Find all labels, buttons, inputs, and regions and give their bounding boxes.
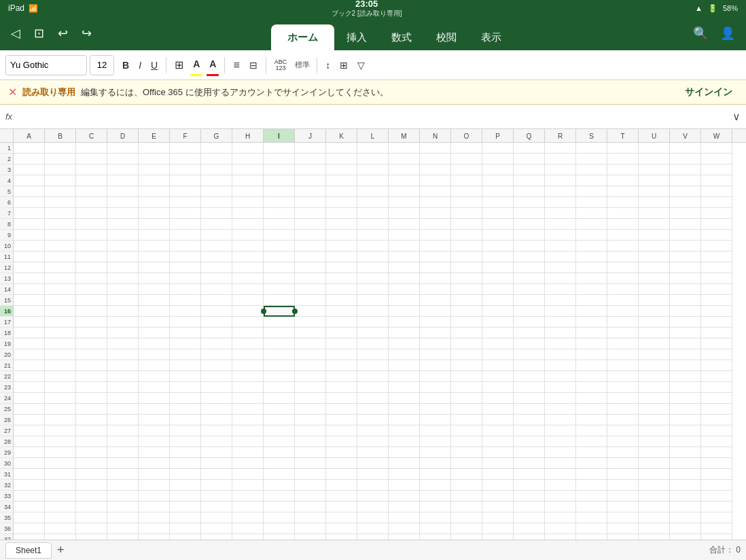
cell-K30[interactable] (326, 458, 357, 469)
cell-W2[interactable] (701, 154, 732, 164)
cell-K32[interactable] (326, 480, 357, 491)
cell-K7[interactable] (326, 208, 357, 219)
row-num-7[interactable]: 7 (0, 208, 13, 219)
cell-N8[interactable] (420, 219, 451, 230)
cell-A15[interactable] (14, 295, 45, 306)
cell-T31[interactable] (607, 469, 639, 480)
cell-R33[interactable] (545, 491, 576, 502)
cell-T25[interactable] (607, 404, 639, 415)
cell-P30[interactable] (482, 458, 514, 469)
cell-S15[interactable] (576, 295, 607, 306)
cell-S37[interactable] (576, 534, 607, 540)
cell-T18[interactable] (607, 328, 639, 338)
cell-A34[interactable] (14, 502, 45, 512)
cell-Q11[interactable] (514, 251, 545, 262)
cell-U34[interactable] (639, 502, 670, 512)
cell-P5[interactable] (482, 186, 514, 197)
cell-V29[interactable] (670, 447, 701, 458)
cell-M3[interactable] (389, 164, 420, 175)
cell-D16[interactable] (107, 306, 139, 317)
cell-J17[interactable] (295, 317, 326, 328)
cell-L17[interactable] (357, 317, 389, 328)
cell-S22[interactable] (576, 371, 607, 382)
cell-D5[interactable] (107, 186, 139, 197)
cell-I32[interactable] (264, 480, 295, 491)
cell-U33[interactable] (639, 491, 670, 502)
cell-G36[interactable] (201, 523, 232, 534)
cell-K25[interactable] (326, 404, 357, 415)
cell-U24[interactable] (639, 393, 670, 404)
cell-I6[interactable] (264, 197, 295, 208)
row-num-28[interactable]: 28 (0, 436, 13, 447)
selection-handle-left[interactable] (261, 309, 266, 314)
account-button[interactable]: 👤 (715, 22, 741, 45)
cell-S35[interactable] (576, 512, 607, 523)
cell-R14[interactable] (545, 284, 576, 295)
cell-B1[interactable] (45, 143, 76, 154)
cell-R16[interactable] (545, 306, 576, 317)
col-header-N[interactable]: N (420, 129, 451, 142)
cell-F5[interactable] (170, 186, 201, 197)
cell-N36[interactable] (420, 523, 451, 534)
cell-O11[interactable] (451, 251, 482, 262)
tab-insert[interactable]: 挿入 (334, 24, 379, 50)
cell-I15[interactable] (264, 295, 295, 306)
cell-E10[interactable] (139, 241, 170, 251)
row-num-6[interactable]: 6 (0, 197, 13, 208)
cell-S12[interactable] (576, 262, 607, 273)
cell-M24[interactable] (389, 393, 420, 404)
cell-B23[interactable] (45, 382, 76, 393)
cell-W31[interactable] (701, 469, 732, 480)
cell-K11[interactable] (326, 251, 357, 262)
cell-N27[interactable] (420, 425, 451, 436)
cell-R15[interactable] (545, 295, 576, 306)
cell-A33[interactable] (14, 491, 45, 502)
cell-J37[interactable] (295, 534, 326, 540)
cell-O13[interactable] (451, 273, 482, 284)
cell-D36[interactable] (107, 523, 139, 534)
cell-D1[interactable] (107, 143, 139, 154)
cell-I23[interactable] (264, 382, 295, 393)
cell-U16[interactable] (639, 306, 670, 317)
bold-button[interactable]: B (118, 55, 133, 75)
cell-U12[interactable] (639, 262, 670, 273)
cell-U8[interactable] (639, 219, 670, 230)
cell-S24[interactable] (576, 393, 607, 404)
cell-T24[interactable] (607, 393, 639, 404)
cell-U35[interactable] (639, 512, 670, 523)
cell-Q35[interactable] (514, 512, 545, 523)
cell-D26[interactable] (107, 415, 139, 425)
cell-C11[interactable] (76, 251, 107, 262)
cell-H15[interactable] (232, 295, 264, 306)
cell-K22[interactable] (326, 371, 357, 382)
cell-D15[interactable] (107, 295, 139, 306)
cell-S6[interactable] (576, 197, 607, 208)
cell-B33[interactable] (45, 491, 76, 502)
cell-G19[interactable] (201, 338, 232, 349)
cell-N3[interactable] (420, 164, 451, 175)
cell-W29[interactable] (701, 447, 732, 458)
cell-A8[interactable] (14, 219, 45, 230)
cell-D17[interactable] (107, 317, 139, 328)
cell-I30[interactable] (264, 458, 295, 469)
cell-R3[interactable] (545, 164, 576, 175)
cell-O22[interactable] (451, 371, 482, 382)
cell-I36[interactable] (264, 523, 295, 534)
col-header-K[interactable]: K (326, 129, 357, 142)
cell-W5[interactable] (701, 186, 732, 197)
cell-J14[interactable] (295, 284, 326, 295)
cell-D35[interactable] (107, 512, 139, 523)
cell-W35[interactable] (701, 512, 732, 523)
cell-T37[interactable] (607, 534, 639, 540)
cell-I17[interactable] (264, 317, 295, 328)
cell-A14[interactable] (14, 284, 45, 295)
cell-U18[interactable] (639, 328, 670, 338)
cell-H31[interactable] (232, 469, 264, 480)
cell-U26[interactable] (639, 415, 670, 425)
cell-W9[interactable] (701, 230, 732, 241)
cell-N35[interactable] (420, 512, 451, 523)
cell-D3[interactable] (107, 164, 139, 175)
cell-D28[interactable] (107, 436, 139, 447)
cell-N32[interactable] (420, 480, 451, 491)
cell-L33[interactable] (357, 491, 389, 502)
